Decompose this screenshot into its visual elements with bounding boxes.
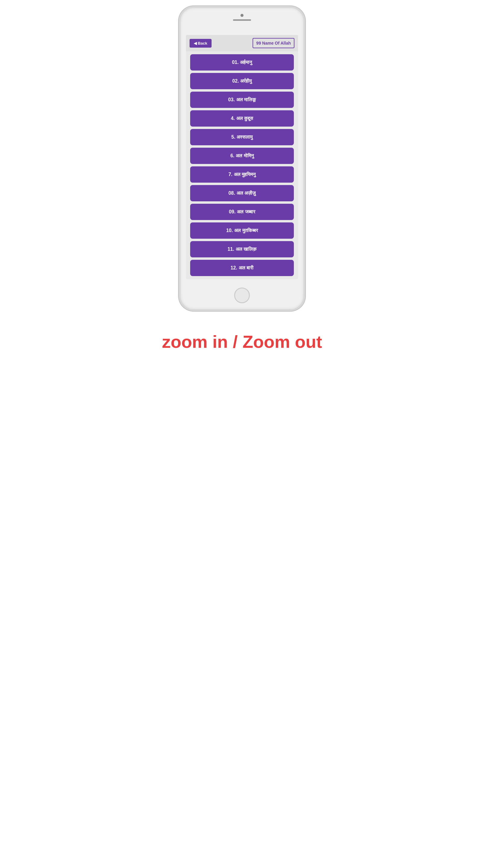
back-button[interactable]: ◀ Back: [189, 39, 212, 48]
header-bar: ◀ Back 99 Name Of Allah: [186, 35, 298, 51]
name-button-10[interactable]: 10. अल मुतकिब्बर: [190, 222, 294, 239]
name-button-11[interactable]: 11. अल खालिक़: [190, 241, 294, 257]
name-button-9[interactable]: 09. अल जब्बार: [190, 204, 294, 220]
name-button-4[interactable]: 4. अल कुद्दूस: [190, 110, 294, 127]
name-button-2[interactable]: 02. अर्रहीमु: [190, 73, 294, 89]
name-button-1[interactable]: 01. अर्हमानु: [190, 54, 294, 70]
name-button-8[interactable]: 08. अल अज़ीज़ु: [190, 185, 294, 201]
home-button[interactable]: [234, 287, 250, 303]
phone-speaker: [233, 19, 251, 21]
phone-camera: [241, 14, 243, 17]
phone-frame: ◀ Back 99 Name Of Allah 01. अर्हमानु02. …: [179, 6, 305, 311]
name-button-6[interactable]: 6. अल मोमिनु: [190, 148, 294, 164]
phone-top-area: [233, 14, 251, 21]
name-button-5[interactable]: 5. अस्सलामु: [190, 129, 294, 145]
name-button-7[interactable]: 7. अल मुहयिमनु: [190, 166, 294, 183]
phone-screen: ◀ Back 99 Name Of Allah 01. अर्हमानु02. …: [186, 35, 298, 279]
names-list: 01. अर्हमानु02. अर्रहीमु03. अल मालिकू4. …: [186, 51, 298, 279]
page-title: 99 Name Of Allah: [252, 38, 295, 48]
name-button-12[interactable]: 12. अल बारी: [190, 260, 294, 276]
zoom-label: zoom in / Zoom out: [162, 332, 322, 351]
name-button-3[interactable]: 03. अल मालिकू: [190, 92, 294, 108]
